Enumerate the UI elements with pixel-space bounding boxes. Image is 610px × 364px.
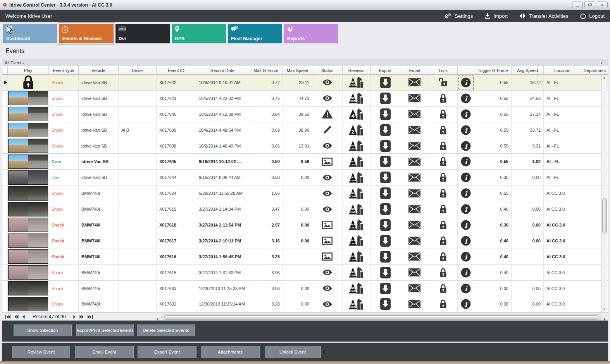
cell-status[interactable] [312, 233, 343, 249]
cell-play[interactable] [8, 138, 49, 154]
logout-button[interactable]: Logout [580, 13, 605, 19]
cell-info[interactable]: i [458, 154, 474, 169]
fast-prev-button[interactable] [14, 315, 19, 319]
cell-info[interactable]: i [458, 296, 474, 312]
info-icon[interactable]: i [461, 283, 471, 294]
event-thumbnail[interactable] [8, 170, 48, 185]
export-icon[interactable] [380, 219, 391, 231]
column-header-record-date[interactable]: Record Date [196, 66, 249, 74]
warning-icon[interactable] [322, 110, 333, 118]
delete-selected-button[interactable]: Delete Selected Events [137, 325, 195, 336]
info-icon[interactable]: i [461, 188, 471, 198]
cell-lock[interactable] [429, 217, 458, 233]
cell-reviews[interactable]: NOSCORE [343, 233, 370, 249]
cell-reviews[interactable]: NOSCORE [343, 201, 370, 217]
event-thumbnail[interactable] [8, 107, 48, 121]
cell-lock[interactable] [429, 106, 458, 122]
event-thumbnail[interactable] [8, 218, 48, 232]
column-header-email[interactable]: Email [400, 66, 429, 74]
cell-email[interactable] [400, 185, 429, 201]
no-score-icon[interactable]: NOSCORE [348, 139, 364, 152]
column-header-location[interactable]: Location [544, 66, 581, 74]
cell-play[interactable] [8, 296, 49, 312]
cell-info[interactable]: i [458, 122, 474, 138]
show-selection-button[interactable]: Show Selection [14, 325, 72, 336]
lock-icon[interactable] [439, 283, 448, 294]
eye-icon[interactable] [322, 285, 333, 292]
cell-lock[interactable] [429, 91, 458, 106]
cell-play[interactable] [8, 122, 49, 138]
cell-lock[interactable] [429, 154, 458, 169]
export-icon[interactable] [380, 140, 391, 152]
cell-status[interactable] [312, 170, 343, 185]
cell-export[interactable] [370, 201, 400, 217]
eye-icon[interactable] [322, 190, 333, 197]
cell-lock[interactable] [429, 122, 458, 138]
cell-play[interactable] [8, 281, 49, 296]
cell-export[interactable] [370, 233, 400, 249]
event-thumbnail[interactable] [8, 123, 48, 137]
cell-export[interactable] [370, 281, 400, 296]
cell-play[interactable] [8, 185, 49, 201]
email-icon[interactable] [408, 300, 420, 308]
info-icon[interactable]: i [461, 236, 471, 246]
info-icon[interactable]: i [461, 252, 471, 262]
attachments-button[interactable]: Attachments [201, 346, 260, 358]
email-icon[interactable] [408, 205, 420, 213]
export-icon[interactable] [380, 283, 391, 294]
minimize-button[interactable] [572, 2, 583, 8]
cell-info[interactable]: i [458, 138, 474, 154]
table-row[interactable]: Shockidrive Van SBX01764010/5/2014 4:12:… [2, 106, 608, 122]
cell-export[interactable] [370, 217, 400, 233]
column-header-trigger-g-force[interactable]: Trigger G-Force [474, 66, 512, 74]
cell-status[interactable] [312, 201, 343, 217]
cell-email[interactable] [400, 281, 429, 296]
no-score-icon[interactable]: NOSCORE [348, 266, 364, 279]
eye-icon[interactable] [322, 174, 333, 181]
cell-email[interactable] [400, 170, 429, 185]
table-row[interactable]: Shockidrive Van SBX01764210/9/2014 8:10:… [2, 75, 608, 91]
table-row[interactable]: Shockidrive Van SBX01763810/2/2014 1:46:… [2, 138, 608, 154]
tab-events-reviews[interactable]: Events & Reviews [59, 24, 114, 43]
info-icon[interactable]: i [461, 109, 471, 119]
eye-icon[interactable] [322, 79, 333, 86]
column-header-play[interactable]: Play [8, 66, 49, 74]
lock-icon[interactable] [439, 235, 448, 246]
horizontal-scrollbar[interactable] [161, 314, 602, 320]
no-score-icon[interactable]: NOSCORE [348, 234, 364, 247]
email-icon[interactable] [408, 268, 420, 276]
event-thumbnail[interactable] [8, 297, 48, 311]
eye-icon[interactable] [322, 143, 333, 149]
no-score-icon[interactable]: NOSCORE [348, 298, 364, 311]
table-row[interactable]: ShockBMW740iX0176193/27/2014 2:14:34 PM3… [2, 201, 608, 217]
table-row[interactable]: ShockBMW740iX0176173/27/2014 2:10:11 PM3… [2, 233, 608, 249]
last-record-button[interactable] [88, 315, 93, 319]
event-thumbnail[interactable] [8, 234, 48, 248]
pencil-icon[interactable] [323, 125, 332, 134]
column-header-event-id[interactable]: Event ID [157, 66, 196, 74]
cell-info[interactable]: i [458, 233, 474, 249]
cell-reviews[interactable]: NOSCORE [343, 91, 370, 106]
cell-email[interactable] [400, 106, 429, 122]
export-icon[interactable] [380, 251, 391, 263]
prev-record-button[interactable] [22, 315, 25, 319]
cell-lock[interactable] [429, 281, 458, 296]
export-icon[interactable] [380, 267, 391, 278]
cell-email[interactable] [400, 154, 429, 169]
cell-export[interactable] [370, 138, 400, 154]
lock-icon[interactable] [439, 188, 448, 199]
cell-play[interactable] [8, 170, 49, 185]
lock-icon[interactable] [439, 93, 448, 104]
cell-status[interactable] [312, 122, 343, 138]
column-header-max-g-force[interactable]: Max G-Force [249, 66, 283, 74]
cell-play[interactable] [8, 106, 49, 122]
lock-icon[interactable] [439, 204, 448, 215]
cell-lock[interactable] [429, 75, 458, 90]
export-icon[interactable] [380, 172, 391, 183]
event-thumbnail[interactable] [8, 281, 48, 295]
no-score-icon[interactable]: NOSCORE [348, 187, 364, 200]
column-header-lock[interactable]: Lock [429, 66, 458, 74]
email-icon[interactable] [408, 110, 420, 118]
export-event-button[interactable]: Export Event [138, 346, 196, 358]
table-row[interactable]: Shockidrive Van SBX01764110/5/2014 4:23:… [2, 91, 608, 106]
